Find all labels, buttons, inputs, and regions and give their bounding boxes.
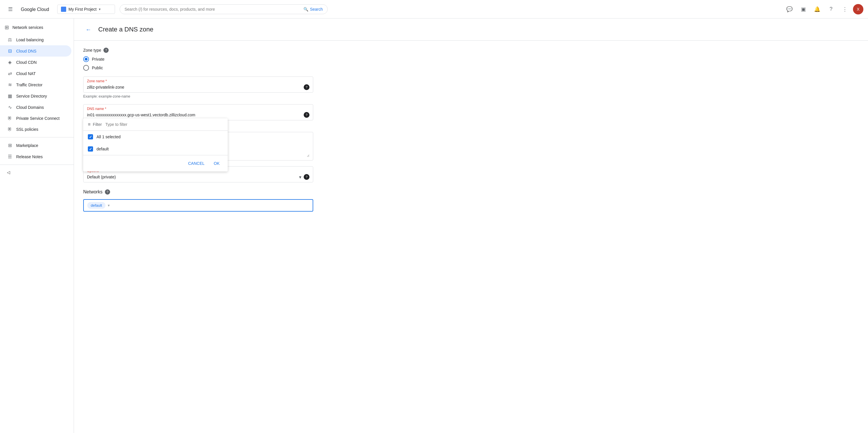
networks-section: Networks ? default ▾ ≡ Filter [83,189,313,211]
sidebar-item-service-directory[interactable]: ▦ Service Directory [0,90,71,102]
zone-type-radio-group: Private Public [83,56,313,71]
sidebar-item-cloud-nat[interactable]: ⇄ Cloud NAT [0,68,71,79]
zone-name-field: Zone name * ? Example: example-zone-name [83,76,313,98]
sidebar-item-release-notes[interactable]: ☰ Release Notes [0,151,71,162]
dns-name-row: ? [87,112,309,118]
project-selector[interactable]: My First Project ▾ [57,5,115,14]
service-directory-icon: ▦ [7,93,13,99]
search-button[interactable]: 🔍 Search [303,7,323,11]
options-chevron-icon: ▾ [299,174,301,180]
traffic-director-icon: ≋ [7,82,13,88]
search-input[interactable] [125,7,301,11]
dropdown-filter-row: ≡ Filter [83,119,228,131]
collapse-sidebar-icon: ◁ [7,170,10,175]
notifications-icon[interactable]: 💬 [784,3,795,15]
options-select-wrapper: Default (private) ▾ ? [87,174,309,180]
filter-input[interactable] [105,122,223,127]
zone-name-wrapper: Zone name * ? [83,76,313,93]
cloud-domains-icon: ∿ [7,104,13,110]
sidebar-item-cloud-cdn[interactable]: ◈ Cloud CDN [0,57,71,68]
dns-name-input[interactable] [87,112,301,117]
networks-input-row[interactable]: default ▾ [83,199,313,211]
all-selected-label: All 1 selected [96,135,121,139]
more-options-icon[interactable]: ⋮ [839,3,851,15]
hamburger-menu[interactable]: ☰ [5,3,16,15]
sidebar-collapse-button[interactable]: ◁ [0,167,71,177]
sidebar-item-label: Cloud NAT [16,71,35,76]
ok-button[interactable]: OK [210,159,223,168]
dns-name-help-icon[interactable]: ? [304,112,309,118]
terminal-icon[interactable]: ▣ [798,3,809,15]
main-content: ← Create a DNS zone Zone type ? Private [74,19,868,433]
dns-name-label: DNS name * [87,107,309,111]
project-icon [61,7,66,12]
load-balancing-icon: ⚖ [7,37,13,42]
zone-name-help-icon[interactable]: ? [304,84,309,90]
sidebar-item-cloud-dns[interactable]: ⊟ Cloud DNS [0,45,71,57]
zone-name-hint: Example: example-zone-name [83,94,313,98]
header-icons: 💬 ▣ 🔔 ? ⋮ X [784,3,863,15]
sidebar-divider [0,137,74,137]
radio-private-circle [83,56,89,62]
sidebar-section-title: Network services [12,25,43,30]
sidebar-item-load-balancing[interactable]: ⚖ Load balancing [0,34,71,45]
options-help-icon[interactable]: ? [304,174,309,180]
radio-public-circle [83,65,89,71]
sidebar-item-ssl-policies[interactable]: ⛨ SSL policies [0,124,71,135]
google-cloud-svg: Google Cloud [21,5,53,13]
help-icon[interactable]: ? [825,3,837,15]
svg-text:Google Cloud: Google Cloud [21,7,49,12]
sidebar-item-label: Cloud Domains [16,105,44,110]
release-notes-icon: ☰ [7,154,13,159]
sidebar-item-label: Load balancing [16,37,43,42]
zone-type-help-icon[interactable]: ? [103,47,108,53]
all-selected-checkbox: ✓ [88,134,93,139]
back-button[interactable]: ← [83,24,94,35]
radio-private-label: Private [92,57,104,62]
filter-icon: ≡ [88,122,90,127]
sidebar-bottom-divider [0,165,74,165]
main-layout: ⊞ Network services ⚖ Load balancing ⊟ Cl… [0,19,868,433]
radio-public[interactable]: Public [83,65,313,71]
project-name-label: My First Project [68,7,96,11]
sidebar-item-marketplace[interactable]: ⊞ Marketplace [0,140,71,151]
cancel-button[interactable]: CANCEL [185,159,208,168]
sidebar-item-cloud-domains[interactable]: ∿ Cloud Domains [0,102,71,113]
cloud-nat-icon: ⇄ [7,71,13,76]
sidebar-item-label: Cloud CDN [16,60,37,65]
zone-name-input[interactable] [87,85,301,90]
top-header: ☰ Google Cloud My First Project ▾ 🔍 Sear… [0,0,868,19]
page-title: Create a DNS zone [98,26,153,33]
sidebar-item-label: Cloud DNS [16,49,36,54]
sidebar-item-label: Marketplace [16,143,38,148]
checkbox-check-icon: ✓ [89,135,92,139]
networks-input-container: default ▾ ≡ Filter ✓ [83,199,313,211]
sidebar-item-label: Private Service Connect [16,116,60,121]
zone-name-label: Zone name * [87,79,309,83]
dropdown-footer: CANCEL OK [83,155,228,171]
radio-private[interactable]: Private [83,56,313,62]
ssl-policies-icon: ⛨ [7,127,13,132]
default-label: default [96,147,108,151]
zone-type-text: Zone type [83,48,101,53]
dropdown-item-all[interactable]: ✓ All 1 selected [83,131,228,143]
search-label: Search [310,7,323,11]
network-chip: default [87,202,105,209]
form-area: Zone type ? Private Public [74,41,322,219]
networks-help-icon[interactable]: ? [105,189,110,195]
dns-name-wrapper: DNS name * ? [83,104,313,121]
sidebar-item-traffic-director[interactable]: ≋ Traffic Director [0,79,71,90]
sidebar-item-label: Release Notes [16,155,43,159]
sidebar-item-private-service-connect[interactable]: ⛨ Private Service Connect [0,113,71,124]
cloud-dns-icon: ⊟ [7,48,13,54]
sidebar-item-label: Service Directory [16,94,47,98]
private-service-connect-icon: ⛨ [7,116,13,121]
search-icon: 🔍 [303,7,308,11]
bell-icon[interactable]: 🔔 [811,3,823,15]
search-bar-container: 🔍 Search [120,4,328,14]
sidebar-section-header: ⊞ Network services [0,21,74,34]
dropdown-item-default[interactable]: ✓ default [83,143,228,155]
avatar[interactable]: X [853,4,863,14]
network-services-icon: ⊞ [5,24,9,31]
options-select[interactable]: Default (private) [87,175,297,179]
